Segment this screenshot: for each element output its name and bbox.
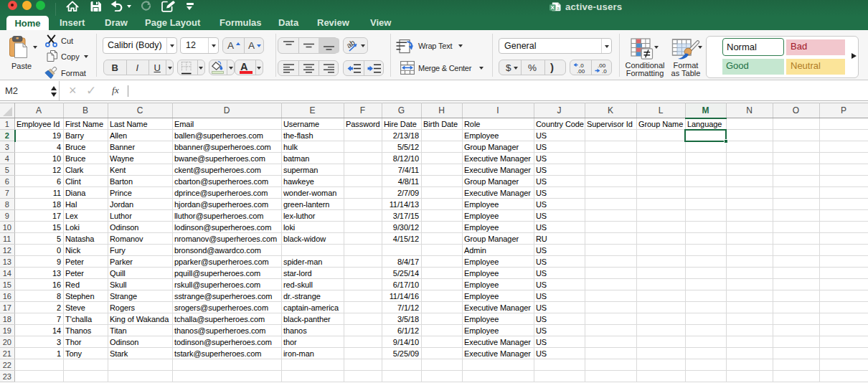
- svg-text:a: a: [557, 6, 560, 11]
- svg-text:.0: .0: [602, 68, 607, 74]
- svg-text:.00: .00: [577, 68, 585, 74]
